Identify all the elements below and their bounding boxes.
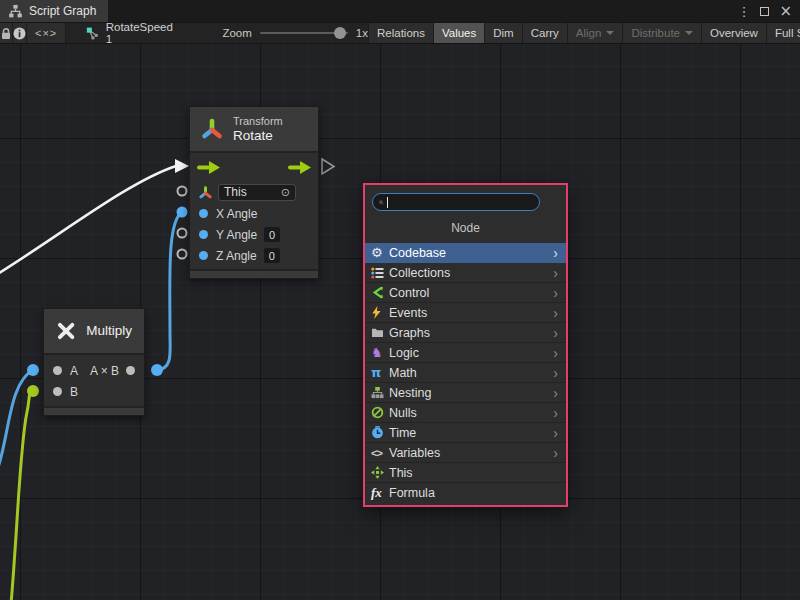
code-view-button[interactable]: <×>	[27, 23, 66, 43]
finder-item-nulls[interactable]: Nulls ›	[365, 403, 566, 423]
finder-item-this[interactable]: This	[365, 463, 566, 483]
finder-item-codebase[interactable]: ⚙ Codebase ›	[365, 243, 566, 263]
flow-input-arrow-icon[interactable]	[197, 161, 220, 174]
b-label: B	[70, 385, 78, 399]
carry-button[interactable]: Carry	[523, 23, 568, 43]
finder-item-label: Formula	[389, 486, 560, 500]
variables-brackets-icon: <>	[371, 447, 382, 459]
lock-button[interactable]	[0, 23, 13, 43]
pi-icon: π	[371, 365, 381, 380]
relations-button[interactable]: Relations	[368, 23, 434, 43]
overview-label: Overview	[710, 27, 758, 39]
xangle-label: X Angle	[216, 207, 257, 221]
dim-button[interactable]: Dim	[485, 23, 522, 43]
multiply-node-header[interactable]: Multiply	[44, 309, 144, 355]
flow-output-arrow-icon[interactable]	[288, 161, 311, 174]
search-input[interactable]	[391, 195, 533, 209]
finder-item-events[interactable]: Events ›	[365, 303, 566, 323]
multiply-node[interactable]: Multiply A A × B B	[43, 308, 145, 416]
distribute-button[interactable]: Distribute	[623, 23, 702, 43]
graph-hierarchy-icon	[8, 4, 23, 18]
multiply-output-connection-dot[interactable]	[151, 364, 163, 376]
breadcrumb[interactable]: RotateSpeed 1	[86, 23, 174, 43]
a-connection-dot[interactable]	[27, 364, 39, 376]
graph-toolbar: <×> RotateSpeed 1 Zoom 1x Relations Val	[0, 22, 800, 44]
breadcrumb-label: RotateSpeed 1	[106, 21, 175, 45]
chevron-right-icon: ›	[553, 266, 560, 280]
window-menu-icon[interactable]: ⋮	[737, 5, 750, 18]
yangle-value-input[interactable]: 0	[264, 227, 280, 242]
finder-item-math[interactable]: π Math ›	[365, 363, 566, 383]
finder-item-label: Codebase	[389, 246, 553, 260]
finder-item-label: Nulls	[389, 406, 553, 420]
search-icon	[379, 197, 384, 208]
output-port[interactable]	[126, 366, 135, 375]
a-port[interactable]	[53, 366, 62, 375]
xangle-connection-dot[interactable]	[177, 207, 188, 218]
finder-item-label: Logic	[389, 346, 553, 360]
fuzzy-finder-popup: Node ⚙ Codebase › Collections ›	[363, 183, 568, 507]
fullscreen-button[interactable]: Full Screen	[767, 23, 800, 43]
finder-item-label: Collections	[389, 266, 553, 280]
chevron-right-icon: ›	[553, 326, 560, 340]
rotate-node-header[interactable]: Transform Rotate	[190, 107, 318, 153]
finder-item-time[interactable]: Time ›	[365, 423, 566, 443]
finder-item-graphs[interactable]: Graphs ›	[365, 323, 566, 343]
zoom-slider[interactable]	[260, 32, 348, 34]
rotate-node[interactable]: Transform Rotate	[189, 106, 319, 279]
b-port[interactable]	[53, 387, 62, 396]
yangle-port-stub[interactable]	[178, 229, 187, 238]
chevron-right-icon: ›	[553, 246, 560, 260]
multiply-b-row: B	[44, 381, 144, 402]
align-button[interactable]: Align	[568, 23, 624, 43]
info-button[interactable]	[13, 23, 27, 43]
search-box[interactable]	[372, 193, 540, 211]
formula-fx-icon: fx	[371, 485, 382, 501]
chevron-down-icon	[606, 31, 614, 35]
null-icon	[371, 406, 384, 419]
relations-label: Relations	[377, 27, 425, 39]
xangle-port[interactable]	[199, 209, 208, 218]
finder-item-logic[interactable]: ♞ Logic ›	[365, 343, 566, 363]
chevron-right-icon: ›	[553, 346, 560, 360]
finder-item-nesting[interactable]: Nesting ›	[365, 383, 566, 403]
values-button[interactable]: Values	[434, 23, 485, 43]
fullscreen-label: Full Screen	[775, 27, 800, 39]
finder-item-formula[interactable]: fx Formula	[365, 483, 566, 503]
maximize-icon[interactable]	[760, 7, 769, 16]
value-wire-into-b[interactable]	[11, 391, 33, 600]
b-connection-dot[interactable]	[27, 385, 39, 397]
chevron-right-icon: ›	[553, 406, 560, 420]
finder-item-variables[interactable]: <> Variables ›	[365, 443, 566, 463]
rotate-flow-row	[190, 153, 318, 181]
this-object-field[interactable]: This ⊙	[218, 184, 296, 201]
finder-item-control[interactable]: Control ›	[365, 283, 566, 303]
carry-label: Carry	[531, 27, 559, 39]
this-port-stub[interactable]	[178, 187, 187, 196]
yangle-port[interactable]	[199, 230, 208, 239]
clock-icon	[371, 426, 384, 439]
value-wire-into-a[interactable]	[0, 370, 33, 474]
flow-output-stub[interactable]	[322, 159, 334, 174]
zoom-slider-handle[interactable]	[334, 27, 346, 39]
knight-icon: ♞	[371, 345, 383, 360]
zangle-label: Z Angle	[216, 249, 257, 263]
finder-item-label: Events	[389, 306, 553, 320]
finder-item-label: Control	[389, 286, 553, 300]
zangle-port-stub[interactable]	[178, 250, 187, 259]
tab-script-graph[interactable]: Script Graph	[0, 0, 108, 22]
flow-wire[interactable]	[0, 166, 176, 275]
distribute-label: Distribute	[631, 27, 680, 39]
object-picker-icon[interactable]: ⊙	[281, 187, 290, 198]
transform-mini-icon	[199, 186, 212, 199]
zangle-value-input[interactable]: 0	[264, 248, 280, 263]
close-icon[interactable]: ×	[779, 4, 792, 19]
graph-canvas[interactable]: Transform Rotate	[0, 44, 800, 600]
zangle-port[interactable]	[199, 251, 208, 260]
rotate-node-title: Rotate	[233, 128, 283, 144]
rotate-node-footer	[190, 269, 318, 278]
finder-item-collections[interactable]: Collections ›	[365, 263, 566, 283]
overview-button[interactable]: Overview	[702, 23, 767, 43]
gear-icon: ⚙	[371, 246, 383, 259]
a-label: A	[70, 364, 78, 378]
